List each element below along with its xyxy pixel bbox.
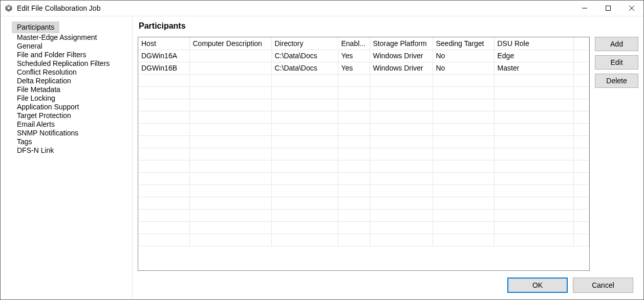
- cell-pad: [573, 50, 589, 62]
- app-icon: [5, 4, 13, 12]
- sidebar: ParticipantsMaster-Edge AssignmentGenera…: [1, 16, 133, 299]
- cell-enabled: Yes: [338, 62, 370, 74]
- table-row-empty: [138, 160, 589, 172]
- delete-button[interactable]: Delete: [595, 74, 638, 88]
- cell-enabled: Yes: [338, 50, 370, 62]
- cell-pad: [573, 62, 589, 74]
- cell-seeding: No: [433, 50, 494, 62]
- table-row-empty: [138, 99, 589, 111]
- content-row: HostComputer DescriptionDirectoryEnabl..…: [138, 37, 638, 271]
- edit-button[interactable]: Edit: [595, 55, 638, 70]
- titlebar: Edit File Collaboration Job: [1, 1, 643, 16]
- cell-role: Edge: [494, 50, 573, 62]
- table-row-empty: [138, 209, 589, 221]
- ok-button[interactable]: OK: [507, 278, 568, 293]
- svg-rect-3: [582, 8, 587, 9]
- cell-dir: C:\Data\Docs: [271, 62, 338, 74]
- window: Edit File Collaboration Job Participants…: [0, 0, 644, 300]
- column-header[interactable]: Seeding Target: [433, 37, 494, 50]
- cell-platform: Windows Driver: [370, 50, 433, 62]
- table-row-empty: [138, 74, 589, 86]
- window-title: Edit File Collaboration Job: [17, 4, 100, 12]
- cell-dir: C:\Data\Docs: [271, 50, 338, 62]
- participants-table[interactable]: HostComputer DescriptionDirectoryEnabl..…: [138, 37, 589, 246]
- cell-seeding: No: [433, 62, 494, 74]
- page-title: Participants: [139, 21, 638, 31]
- column-header[interactable]: Directory: [271, 37, 338, 50]
- table-row[interactable]: DGWin16BC:\Data\DocsYesWindows DriverNoM…: [138, 62, 589, 74]
- table-row-empty: [138, 234, 589, 246]
- dialog-footer: OK Cancel: [138, 271, 638, 299]
- cell-host: DGWin16B: [138, 62, 189, 74]
- minimize-button[interactable]: [573, 1, 596, 16]
- table-row-empty: [138, 148, 589, 160]
- main-panel: Participants HostComputer DescriptionDir…: [133, 16, 643, 299]
- table-row-empty: [138, 123, 589, 135]
- cell-desc: [189, 62, 271, 74]
- column-header-pad: [573, 37, 589, 50]
- sidebar-item-dfs-n-link[interactable]: DFS-N Link: [12, 145, 59, 156]
- participants-table-container: HostComputer DescriptionDirectoryEnabl..…: [138, 37, 590, 271]
- table-row-empty: [138, 135, 589, 148]
- column-header[interactable]: Enabl...: [338, 37, 370, 50]
- column-header[interactable]: Computer Description: [189, 37, 271, 50]
- cancel-button[interactable]: Cancel: [573, 278, 633, 293]
- maximize-button[interactable]: [596, 1, 620, 16]
- table-row-empty: [138, 197, 589, 209]
- table-row-empty: [138, 111, 589, 123]
- cell-host: DGWin16A: [138, 50, 189, 62]
- svg-point-2: [8, 7, 10, 9]
- action-buttons: Add Edit Delete: [595, 37, 638, 271]
- table-row-empty: [138, 86, 589, 99]
- table-row-empty: [138, 172, 589, 184]
- column-header[interactable]: Storage Platform: [370, 37, 433, 50]
- add-button[interactable]: Add: [595, 37, 638, 51]
- cell-role: Master: [494, 62, 573, 74]
- table-row-empty: [138, 184, 589, 197]
- table-row-empty: [138, 221, 589, 234]
- column-header[interactable]: DSU Role: [494, 37, 573, 50]
- table-row[interactable]: DGWin16AC:\Data\DocsYesWindows DriverNoE…: [138, 50, 589, 62]
- cell-platform: Windows Driver: [370, 62, 433, 74]
- svg-rect-4: [606, 6, 611, 11]
- body: ParticipantsMaster-Edge AssignmentGenera…: [1, 16, 643, 299]
- column-header[interactable]: Host: [138, 37, 189, 50]
- cell-desc: [189, 50, 271, 62]
- close-button[interactable]: [620, 1, 643, 16]
